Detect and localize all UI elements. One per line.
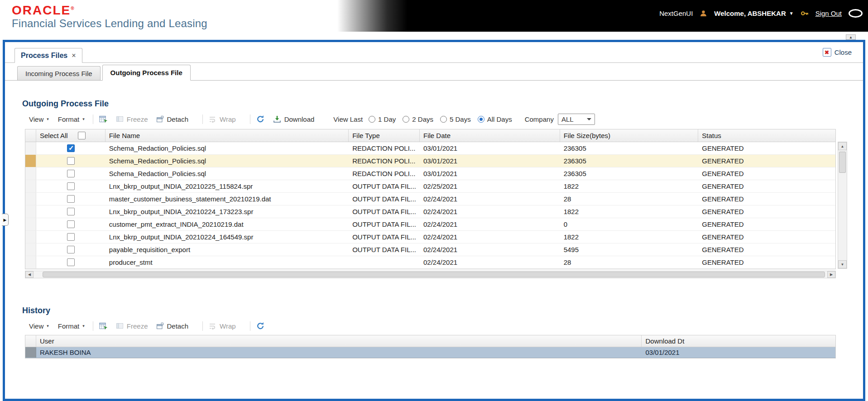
row-checkbox[interactable]: [67, 144, 75, 152]
view-last-option[interactable]: All Days: [478, 115, 512, 123]
row-checkbox[interactable]: [67, 157, 75, 165]
view-last-option[interactable]: 1 Day: [369, 115, 396, 123]
select-cell: [36, 233, 106, 241]
horizontal-scrollbar[interactable]: ◀ ▶: [25, 271, 836, 278]
wrap-button[interactable]: Wrap: [209, 115, 236, 123]
row-checkbox[interactable]: [67, 182, 75, 190]
view-last-option[interactable]: 5 Days: [440, 115, 471, 123]
table-row[interactable]: customer_pmt_extract_INDIA_20210219.datO…: [25, 218, 835, 231]
export-to-excel-button[interactable]: [99, 115, 108, 123]
table-row[interactable]: producer_stmt02/24/202128GENERATED: [25, 256, 835, 269]
history-table-header: User Download Dt: [25, 335, 835, 347]
company-select[interactable]: ALL: [558, 114, 595, 125]
row-checkbox[interactable]: [67, 246, 75, 253]
scroll-up-button[interactable]: ▲: [846, 34, 856, 40]
select-cell: [36, 246, 106, 253]
history-view-menu-button[interactable]: View ▾: [27, 321, 51, 331]
vertical-scrollbar-thumb[interactable]: [839, 152, 846, 173]
select-all-checkbox[interactable]: [78, 132, 86, 139]
radio-button[interactable]: [369, 116, 375, 123]
horizontal-scrollbar-thumb[interactable]: [43, 272, 825, 277]
history-wrap-button[interactable]: Wrap: [209, 322, 236, 330]
scroll-down-arrow-icon[interactable]: ▼: [838, 260, 847, 268]
history-detach-button[interactable]: Detach: [156, 322, 189, 330]
history-refresh-button[interactable]: [256, 322, 265, 330]
radio-button[interactable]: [440, 116, 447, 123]
row-checkbox[interactable]: [67, 220, 75, 228]
file-size-cell: 28: [560, 258, 699, 266]
table-row[interactable]: Schema_Redaction_Policies.sqlREDACTION P…: [25, 155, 835, 167]
wrap-icon: [209, 322, 216, 330]
radio-button[interactable]: [403, 116, 409, 123]
history-format-menu-button[interactable]: Format ▾: [56, 321, 87, 331]
refresh-button[interactable]: [256, 115, 265, 123]
welcome-menu[interactable]: Welcome, ABSHEKAR ▼: [714, 10, 793, 17]
oracle-wordmark: ORACLE: [12, 3, 71, 17]
status-cell: GENERATED: [698, 233, 835, 241]
col-file-date[interactable]: File Date: [420, 129, 560, 142]
history-table-body: RAKESH BOINA03/01/2021: [25, 347, 835, 358]
tab-process-files[interactable]: Process Files ×: [14, 48, 82, 63]
file-date-cell: 02/24/2021: [420, 233, 560, 241]
tab-outgoing-process-file[interactable]: Outgoing Process File: [102, 65, 191, 81]
file-type-cell: OUTPUT DATA FIL...: [349, 195, 420, 203]
table-row[interactable]: Lnx_bkrp_output_INDIA_20210224_164549.sp…: [25, 231, 835, 243]
row-checkbox[interactable]: [67, 195, 75, 203]
row-checkbox[interactable]: [67, 170, 75, 177]
nextgenui-link[interactable]: NextGenUI: [659, 10, 693, 17]
scroll-up-arrow-icon[interactable]: ▲: [838, 142, 847, 150]
table-row[interactable]: Lnx_bkrp_output_INDIA_20210225_115824.sp…: [25, 180, 835, 193]
view-last-option-label: 2 Days: [412, 115, 433, 123]
file-date-cell: 02/24/2021: [420, 220, 560, 228]
file-size-cell: 1822: [560, 208, 699, 215]
col-file-name[interactable]: File Name: [106, 129, 349, 142]
row-checkbox[interactable]: [67, 233, 75, 241]
history-freeze-button[interactable]: Freeze: [116, 322, 148, 330]
file-type-cell: REDACTION POLI...: [349, 170, 420, 177]
scroll-left-arrow-icon[interactable]: ◀: [25, 271, 34, 278]
tab-close-icon[interactable]: ×: [72, 52, 76, 60]
status-cell: GENERATED: [698, 220, 835, 228]
file-size-cell: 0: [560, 220, 699, 228]
col-file-type[interactable]: File Type: [349, 129, 420, 142]
detach-button[interactable]: Detach: [156, 115, 189, 123]
format-menu-button[interactable]: Format ▾: [56, 114, 87, 124]
file-type-cell: OUTPUT DATA FIL...: [349, 233, 420, 241]
row-checkbox[interactable]: [67, 258, 75, 266]
scroll-right-arrow-icon[interactable]: ▶: [827, 271, 835, 278]
table-row[interactable]: Lnx_bkrp_output_INDIA_20210224_173223.sp…: [25, 205, 835, 218]
chevron-down-icon: ▾: [47, 324, 49, 328]
panel-collapse-handle[interactable]: ▶: [2, 214, 9, 226]
radio-button[interactable]: [478, 116, 484, 123]
history-format-menu-label: Format: [58, 322, 80, 330]
table-row[interactable]: master_customer_business_statement_20210…: [25, 193, 835, 205]
sign-out-link[interactable]: Sign Out: [815, 10, 842, 17]
vertical-scrollbar[interactable]: ▲ ▼: [838, 142, 847, 269]
view-last-option[interactable]: 2 Days: [403, 115, 433, 123]
status-cell: GENERATED: [698, 144, 835, 152]
close-button[interactable]: ✖ Close: [823, 48, 852, 57]
col-status[interactable]: Status: [698, 129, 835, 142]
row-checkbox[interactable]: [67, 208, 75, 215]
table-row[interactable]: Schema_Redaction_Policies.sqlREDACTION P…: [25, 142, 835, 155]
registered-mark: ®: [71, 6, 74, 11]
col-download-dt[interactable]: Download Dt: [642, 335, 835, 347]
history-row[interactable]: RAKESH BOINA03/01/2021: [25, 347, 835, 358]
chevron-down-icon: ▾: [82, 117, 85, 121]
view-menu-button[interactable]: View ▾: [27, 114, 51, 124]
col-file-size[interactable]: File Size(bytes): [560, 129, 699, 142]
outgoing-table: Select All File Name File Type File Date…: [25, 129, 836, 269]
view-last-option-label: 5 Days: [450, 115, 471, 123]
freeze-button[interactable]: Freeze: [116, 115, 148, 123]
table-row[interactable]: Schema_Redaction_Policies.sqlREDACTION P…: [25, 167, 835, 180]
user-cell: RAKESH BOINA: [36, 348, 642, 356]
col-user[interactable]: User: [36, 335, 642, 347]
oval-icon[interactable]: [849, 9, 863, 18]
refresh-icon: [256, 322, 265, 330]
download-button[interactable]: Download: [273, 115, 315, 123]
row-header: [25, 243, 36, 256]
history-export-button[interactable]: [99, 322, 108, 330]
tab-incoming-process-file[interactable]: Incoming Process File: [17, 66, 101, 80]
table-row[interactable]: payable_requisition_exportOUTPUT DATA FI…: [25, 243, 835, 256]
toolbar-separator: [93, 321, 93, 331]
